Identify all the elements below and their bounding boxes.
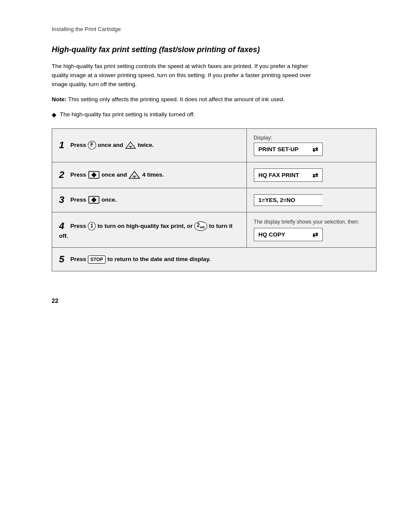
nav-icon-step2 [88, 170, 100, 180]
step-1-text: Press F once and twice. [70, 142, 154, 148]
step-4-text: Press 1 to turn on high-quality fax prin… [59, 223, 233, 239]
note-text: Note: This setting only affects the prin… [52, 95, 319, 104]
step-2-display-arrow: ⇄ [312, 171, 318, 179]
step-3-display-cell: 1=YES, 2=NO [246, 188, 376, 212]
step-1-display-cell: Display: PRINT SET-UP ⇄ [246, 128, 376, 162]
step-2-cell: 2 Press once and 4 times. [52, 162, 247, 188]
page-number: 22 [52, 297, 377, 304]
svg-marker-11 [94, 197, 97, 202]
step-1-cell: 1 Press F once and twice. [52, 128, 247, 162]
one-button-icon: 1 [88, 222, 96, 230]
step-1-number: 1 [59, 140, 64, 150]
step-2-text: Press once and 4 times. [70, 171, 164, 178]
svg-marker-10 [91, 197, 94, 202]
step-4-number: 4 [59, 221, 64, 231]
stop-button-icon: STOP [88, 255, 106, 263]
step-2-display-text: HQ FAX PRINT [258, 172, 299, 178]
f-button-icon: F [88, 141, 96, 149]
step-4-display-box: HQ COPY ⇄ [254, 228, 323, 241]
step-3-cell: 3 Press once. [52, 188, 247, 212]
step-5-cell: 5 Press STOP to return to the date and t… [52, 248, 377, 271]
step-1-display-arrow: ⇄ [312, 145, 318, 153]
step-3-number: 3 [59, 194, 64, 205]
step-3-display-text: 1=YES, 2=NO [258, 197, 296, 203]
steps-table: 1 Press F once and twice. Display: PRINT… [52, 128, 377, 272]
step-2-display-cell: HQ FAX PRINT ⇄ [246, 162, 376, 188]
step-1-display-text: PRINT SET-UP [258, 146, 299, 152]
nav-icon-step3 [88, 195, 100, 205]
step-2-number: 2 [59, 169, 64, 180]
bullet-text: The high-quality fax print setting is in… [60, 110, 195, 120]
triangle-up-icon-step2 [128, 170, 140, 180]
step-5-row: 5 Press STOP to return to the date and t… [52, 248, 377, 271]
step-1-display-label: Display: [254, 135, 369, 141]
step-3-text: Press once. [70, 196, 117, 203]
breadcrumb: Installing the Print Cartridge [52, 26, 377, 32]
step-2-display-box: HQ FAX PRINT ⇄ [254, 168, 323, 182]
note-body: This setting only affects the printing s… [68, 96, 285, 103]
step-1-display-box: PRINT SET-UP ⇄ [254, 143, 323, 156]
step-4-display-label: The display briefly shows your selection… [254, 218, 369, 226]
step-4-cell: 4 Press 1 to turn on high-quality fax pr… [52, 212, 247, 248]
step-3-row: 3 Press once. 1=YES, 2=NO [52, 188, 377, 212]
step-1-row: 1 Press F once and twice. Display: PRINT… [52, 128, 377, 162]
step-4-row: 4 Press 1 to turn on high-quality fax pr… [52, 212, 377, 248]
note-label: Note: [52, 96, 67, 103]
step-5-number: 5 [59, 254, 64, 264]
svg-marker-4 [91, 172, 94, 177]
section-title: High-quality fax print setting (fast/slo… [52, 45, 377, 54]
step-4-display-arrow: ⇄ [312, 230, 318, 239]
svg-marker-5 [94, 172, 97, 177]
two-button-icon: 2AB [194, 221, 207, 231]
body-text: The high-quality fax print setting contr… [52, 62, 319, 89]
triangle-up-icon [125, 140, 136, 150]
step-2-row: 2 Press once and 4 times. HQ FAX PR [52, 162, 377, 188]
step-5-text: Press STOP to return to the date and tim… [70, 256, 211, 262]
bullet-icon: ◆ [52, 111, 56, 120]
bullet-item: ◆ The high-quality fax print setting is … [52, 110, 319, 120]
step-4-display-text: HQ COPY [258, 231, 285, 238]
step-3-display-box: 1=YES, 2=NO [254, 194, 323, 206]
step-4-display-cell: The display briefly shows your selection… [246, 212, 376, 248]
